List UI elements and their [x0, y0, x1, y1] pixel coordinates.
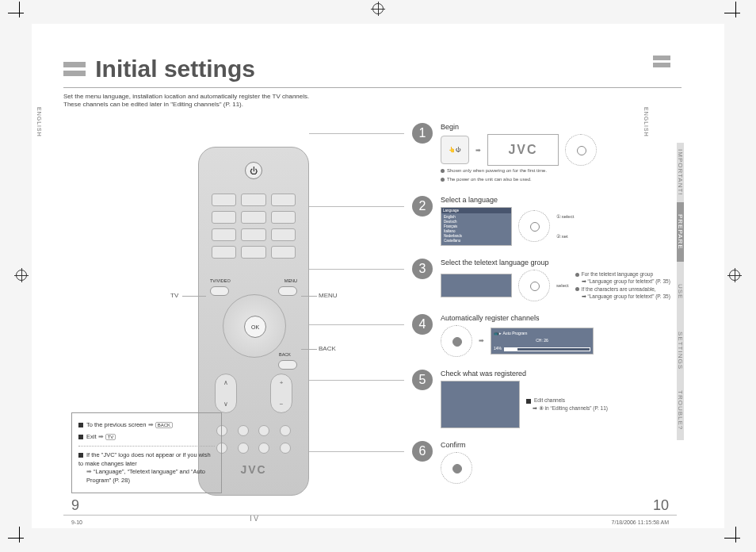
step1-note1: Shown only when powering on for the firs…: [447, 168, 547, 173]
dpad-ok-icon: [441, 452, 472, 484]
infobox-prev: To the previous screen: [86, 421, 146, 428]
s5-edit: Edit channels: [534, 397, 565, 403]
dpad: OK: [223, 294, 286, 358]
lead-tv: TV: [170, 292, 178, 299]
tv-chip: TV: [105, 434, 116, 440]
step4-title: Automatically register channels: [441, 314, 697, 322]
back-label: BACK: [279, 352, 291, 357]
menu-label: MENU: [284, 278, 297, 283]
press-power-icon: 👆⏻: [441, 136, 469, 164]
step-1: 1 Begin 👆⏻ ➡ JVC Shown only when powerin…: [412, 123, 697, 183]
step-3: 3 Select the teletext language group sel…: [412, 259, 697, 301]
arrow-icon: ➡: [479, 337, 484, 344]
lang-label-left: ENGLISH: [36, 107, 42, 137]
registration-mark: [372, 3, 384, 14]
title-bar: Initial settings Set the menu language, …: [63, 56, 693, 109]
step-6: 6 Confirm: [412, 441, 697, 484]
intro-text: Set the menu language, installation loca…: [63, 93, 460, 109]
step3-title: Select the teletext language group: [441, 259, 697, 266]
step2-title: Select a language: [441, 196, 697, 204]
edit-screen: [441, 381, 520, 428]
menu-button: [278, 286, 297, 296]
anno-select: ①:select: [556, 213, 574, 219]
infobox-logo-note: If the "JVC" logo does not appear or if …: [78, 451, 211, 467]
power-icon: ⏻: [245, 162, 262, 179]
s3-note2: If the characters are unreadable,: [582, 286, 656, 292]
infobox-exit: Exit: [86, 433, 97, 440]
crop-mark: [724, 527, 748, 550]
auto-program-screen: 📺 ▸ Auto Program CH: 26 14%: [491, 328, 594, 355]
color-buttons: [215, 425, 292, 454]
page-title: Initial settings: [95, 56, 255, 82]
anno-select: select: [556, 283, 569, 288]
step1-title: Begin: [441, 123, 697, 131]
teletext-osd: [441, 274, 512, 297]
step-number-2: 2: [412, 196, 433, 217]
crop-mark: [724, 2, 748, 25]
step5-title: Check what was registered: [441, 370, 697, 378]
tvvideo-label: TV/VIDEO: [210, 278, 231, 283]
step-number-3: 3: [412, 259, 433, 279]
dpad-icon: [565, 134, 597, 166]
back-chip: BACK: [155, 422, 173, 428]
ok-button: OK: [244, 316, 266, 338]
registration-mark: [16, 270, 27, 281]
dpad-icon: [518, 210, 550, 242]
decor-bars-icon: [63, 62, 86, 76]
step-number-1: 1: [412, 123, 433, 144]
crop-mark: [8, 2, 32, 25]
back-button: [278, 360, 297, 370]
page-number-left: 9: [71, 497, 79, 514]
footer-left: 9-10: [71, 519, 82, 525]
tvvideo-button: [210, 286, 229, 296]
language-osd: Language English Deutsch Français Italia…: [441, 207, 512, 246]
rocker-buttons: ∧∨ +−: [215, 374, 292, 413]
lead-menu: MENU: [319, 292, 338, 299]
step-4: 4 Automatically register channels ➡ 📺 ▸ …: [412, 314, 697, 357]
arrow-icon: ➡: [475, 147, 481, 154]
step-number-4: 4: [412, 314, 433, 335]
step6-title: Confirm: [441, 441, 697, 449]
step-2: 2 Select a language Language English Deu…: [412, 196, 697, 246]
infobox-ref: “Language”, “Teletext language” and “Aut…: [86, 468, 205, 484]
manual-page-spread: Initial settings Set the menu language, …: [32, 24, 724, 528]
step-number-5: 5: [412, 370, 433, 390]
dpad-ok-icon: [441, 325, 472, 357]
steps-column: 1 Begin 👆⏻ ➡ JVC Shown only when powerin…: [412, 123, 697, 496]
lead-back: BACK: [319, 345, 336, 352]
registration-mark: [729, 270, 740, 281]
step1-note2: The power on the unit can also be used.: [447, 177, 532, 182]
step-5: 5 Check what was registered Edit channel…: [412, 370, 697, 428]
footer-right: 7/18/2006 11:15:58 AM: [612, 519, 669, 525]
jvc-logo-screen: JVC: [487, 134, 559, 166]
step-number-6: 6: [412, 441, 433, 462]
anno-set: ②:set: [556, 233, 574, 239]
remote-keypad: [212, 194, 296, 259]
info-box: To the previous screen ➡ BACK Exit ➡ TV …: [71, 412, 222, 493]
dpad-icon: [518, 270, 550, 301]
page-number-right: 10: [653, 497, 669, 514]
crop-mark: [8, 527, 32, 550]
s3-note1: For the teletext language group: [582, 271, 653, 277]
